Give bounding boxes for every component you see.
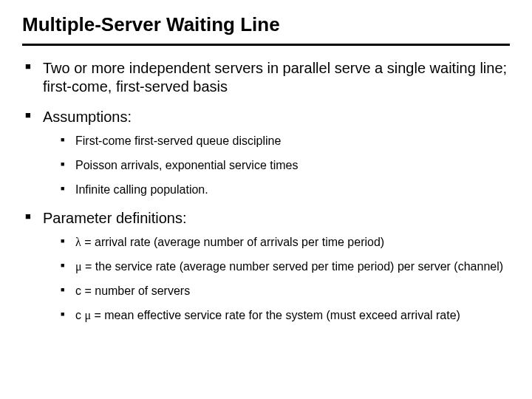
bullet-text: Parameter definitions:	[43, 210, 187, 226]
sub-bullet-item: μ = the service rate (average number ser…	[61, 259, 510, 275]
bullet-item: Two or more independent servers in paral…	[25, 59, 510, 96]
sub-bullet-text: = arrival rate (average number of arriva…	[81, 236, 384, 248]
bullet-item: Assumptions: First-come first-served que…	[25, 108, 510, 197]
sub-bullet-item: λ = arrival rate (average number of arri…	[61, 235, 510, 250]
title-rule	[22, 44, 510, 46]
sub-bullet-item: c μ = mean effective service rate for th…	[61, 308, 510, 324]
sub-bullet-text: Infinite calling population.	[75, 183, 208, 196]
sub-bullet-item: Poisson arrivals, exponential service ti…	[61, 158, 510, 174]
sub-bullet-item: First-come first-served queue discipline	[61, 134, 510, 149]
sub-bullet-text: = the service rate (average number serve…	[82, 260, 503, 273]
sub-bullet-text: Poisson arrivals, exponential service ti…	[75, 159, 298, 171]
lambda-symbol: λ	[75, 236, 81, 248]
sub-bullet-list: λ = arrival rate (average number of arri…	[43, 235, 510, 323]
sub-bullet-text: c	[75, 309, 84, 321]
sub-bullet-item: Infinite calling population.	[61, 183, 510, 198]
bullet-list: Two or more independent servers in paral…	[22, 59, 510, 324]
slide-title: Multiple-Server Waiting Line	[22, 13, 510, 36]
sub-bullet-item: c = number of servers	[61, 284, 510, 299]
sub-bullet-list: First-come first-served queue discipline…	[43, 134, 510, 197]
sub-bullet-text: First-come first-served queue discipline	[75, 134, 281, 147]
mu-symbol: μ	[84, 309, 91, 321]
bullet-text: Two or more independent servers in paral…	[43, 60, 507, 95]
sub-bullet-text: c = number of servers	[75, 284, 190, 297]
mu-symbol: μ	[75, 260, 82, 273]
bullet-item: Parameter definitions: λ = arrival rate …	[25, 209, 510, 323]
sub-bullet-text: = mean effective service rate for the sy…	[91, 309, 460, 321]
slide: Multiple-Server Waiting Line Two or more…	[0, 0, 532, 399]
bullet-text: Assumptions:	[43, 109, 132, 125]
